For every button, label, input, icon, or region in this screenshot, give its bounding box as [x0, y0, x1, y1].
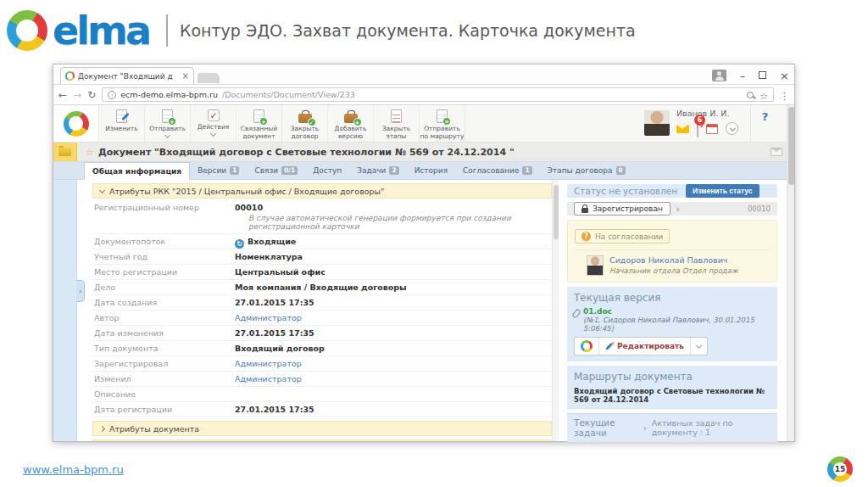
version-file-meta: (№1, Сидоров Николай Павлович, 30.01.201…	[583, 316, 771, 333]
messages-icon[interactable]	[676, 125, 689, 133]
elma-logo-text: elma	[53, 11, 149, 50]
tab-contract-stages[interactable]: Этапы договора0	[540, 162, 633, 179]
current-version-panel: Текущая версия 01.doc (№1, Сидоров Никол…	[567, 287, 777, 361]
close-stages-button[interactable]: Закрыть этапы	[374, 105, 420, 142]
field-row: Регистрационный номер 00010 В случае авт…	[92, 200, 552, 234]
tab-close-icon[interactable]	[182, 72, 189, 81]
subscribe-envelope-icon[interactable]	[771, 148, 782, 156]
reload-icon[interactable]	[87, 90, 96, 100]
field-row: Дата регистрации 27.01.2015 17:35	[92, 402, 552, 417]
tab-badge: 0/1	[281, 166, 298, 175]
user-avatar[interactable]	[644, 110, 670, 136]
tab-approval[interactable]: Согласование1	[455, 162, 540, 179]
document-title: Документ "Входящий договор с Световые те…	[98, 147, 515, 158]
linked-document-button[interactable]: Связанный документ	[236, 105, 282, 142]
linked-document-icon	[253, 109, 264, 123]
header-divider	[166, 14, 168, 47]
paperclip-icon	[571, 308, 581, 318]
field-row: Дело Моя компания / Входящие договоры	[92, 280, 552, 295]
forward-icon[interactable]	[73, 90, 81, 100]
author-link[interactable]: Администратор	[235, 313, 302, 322]
tab-links[interactable]: Связи0/1	[247, 162, 305, 179]
page-info-icon[interactable]	[108, 91, 116, 99]
slide-title: Контур ЭДО. Захват документа. Карточка д…	[180, 21, 636, 40]
field-row: Место регистрации Центральный офис	[92, 265, 552, 280]
edit-document-icon	[116, 109, 127, 123]
field-row: Зарегистрировал Администратор	[92, 356, 552, 372]
registered-by-link[interactable]: Администратор	[235, 359, 302, 368]
app-scrollbar[interactable]	[787, 105, 794, 441]
field-row: Дата изменения 27.01.2015 17:35	[92, 326, 552, 341]
document-titlebar: Документ "Входящий договор с Световые те…	[53, 143, 794, 162]
tab-versions[interactable]: Версии1	[190, 162, 247, 179]
back-icon[interactable]	[58, 90, 67, 100]
tab-badge: 2	[389, 166, 398, 175]
help-button[interactable]: ?	[750, 105, 779, 142]
edit-button[interactable]: Изменить	[99, 105, 145, 142]
edit-version-button[interactable]: Редактировать	[599, 338, 691, 355]
new-tab-button[interactable]	[198, 73, 220, 83]
close-icon[interactable]	[780, 67, 789, 83]
chevron-right-icon	[643, 423, 647, 433]
add-version-icon	[344, 114, 358, 123]
add-version-button[interactable]: Добавить версию	[328, 105, 374, 142]
rkk-section-header[interactable]: Атрибуты РКК "2015 / Центральный офис / …	[92, 183, 552, 199]
window-controls	[712, 67, 789, 83]
tab-general[interactable]: Общая информация	[84, 162, 190, 180]
profile-icon[interactable]	[712, 70, 726, 81]
additional-info-section[interactable]: Дополнительная информация	[92, 439, 552, 441]
change-status-button[interactable]: Изменить статус	[686, 184, 759, 198]
actions-button[interactable]: Действия	[191, 105, 236, 142]
status-text: Статус не установлен	[574, 186, 677, 196]
calendar-icon[interactable]	[706, 124, 718, 134]
version-file-link[interactable]: 01.doc	[583, 307, 771, 316]
field-note: В случае автоматической генерации формир…	[248, 214, 552, 231]
slide-header: elma Контур ЭДО. Захват документа. Карто…	[7, 7, 636, 54]
bookmark-star-icon[interactable]	[760, 87, 768, 103]
open-in-app-button[interactable]	[575, 338, 599, 355]
question-icon	[581, 232, 591, 241]
approver-name-link[interactable]: Сидоров Николай Павлович	[609, 255, 738, 265]
routes-panel: Маршруты документа Входящий договор с Св…	[567, 366, 777, 409]
document-attributes-section[interactable]: Атрибуты документа	[92, 421, 552, 436]
current-tasks-label[interactable]: Текущие задачи	[574, 417, 638, 438]
send-route-button[interactable]: Отправить по маршруту	[420, 105, 465, 142]
tab-access[interactable]: Доступ	[305, 162, 349, 179]
tab-badge: 0	[616, 166, 626, 175]
tasks-notification[interactable]: 6	[697, 120, 698, 137]
restore-icon[interactable]	[759, 71, 766, 79]
tab-tasks[interactable]: Задачи2	[349, 162, 406, 179]
send-route-icon	[437, 109, 448, 123]
form-scrollbar[interactable]	[552, 180, 559, 441]
field-row: Изменил Администратор	[92, 372, 552, 387]
app-logo[interactable]	[53, 105, 99, 142]
browser-menu-icon[interactable]	[780, 87, 789, 103]
folder-tab[interactable]	[53, 143, 77, 161]
page-number-badge: 15	[827, 456, 853, 482]
version-menu-button[interactable]	[691, 338, 707, 355]
general-info-form: Атрибуты РКК "2015 / Центральный офис / …	[77, 180, 552, 441]
send-button[interactable]: Отправить	[145, 105, 191, 142]
url-input[interactable]: ecm-demo.elma-bpm.ru/Documents/Document/…	[102, 87, 774, 102]
tab-history[interactable]: История	[407, 162, 455, 179]
browser-tab[interactable]: Документ "Входящий д	[60, 67, 194, 84]
approver-title: Начальник отдела Отдел продаж	[609, 266, 738, 275]
active-tasks-count: Активных задач по документу : 1	[652, 418, 771, 437]
approval-status-chip[interactable]: На согласовании	[575, 229, 670, 244]
registration-number: 00010	[748, 204, 771, 213]
browser-tabbar: Документ "Входящий д	[53, 64, 794, 85]
chevron-right-icon[interactable]	[676, 204, 680, 214]
docflow-incoming-icon	[235, 239, 244, 249]
approver-row: Сидоров Николай Павлович Начальник отдел…	[575, 249, 770, 276]
search-icon[interactable]	[747, 92, 754, 98]
favorite-star-icon[interactable]	[86, 147, 94, 158]
modified-by-link[interactable]: Администратор	[235, 374, 302, 383]
close-contract-button[interactable]: Закрыть договор	[282, 105, 328, 142]
tab-title: Документ "Входящий д	[78, 72, 179, 81]
current-tasks-row: Текущие задачи Активных задач по докумен…	[567, 413, 777, 442]
sidebar-expander[interactable]	[76, 280, 85, 302]
user-menu-chevron-icon[interactable]	[726, 122, 738, 135]
registered-button[interactable]: Зарегистрирован	[574, 202, 670, 216]
minimize-icon[interactable]	[740, 67, 745, 83]
site-link[interactable]: www.elma-bpm.ru	[23, 463, 124, 476]
